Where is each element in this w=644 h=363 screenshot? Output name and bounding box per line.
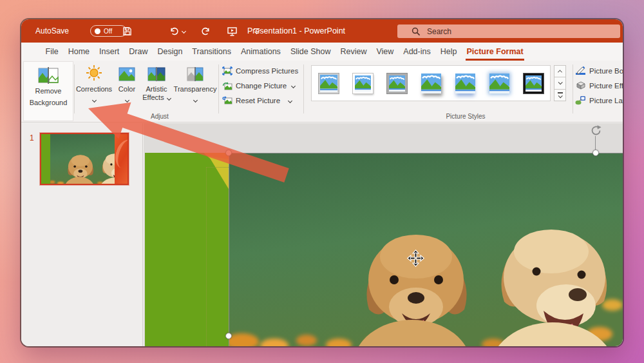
slide-edit-area xyxy=(144,123,623,346)
selection-handle-middle-left[interactable] xyxy=(225,333,232,339)
save-icon[interactable] xyxy=(120,25,133,37)
tab-insert[interactable]: Insert xyxy=(95,43,124,61)
picture-styles-group-label: Picture Styles xyxy=(382,113,549,120)
gallery-style-5[interactable] xyxy=(452,70,478,97)
remove-background-button[interactable]: Remove Background xyxy=(23,61,73,121)
tab-animations[interactable]: Animations xyxy=(236,43,286,61)
artistic-effects-label-2: Effects xyxy=(141,93,172,101)
picture-border-icon xyxy=(575,66,586,75)
undo-menu-chevron-icon[interactable] xyxy=(180,25,187,37)
picture-effects-button[interactable]: Picture Effects xyxy=(575,81,623,90)
desktop-background: AutoSave Off Presentation1 - PowerPoint xyxy=(0,0,644,363)
gallery-scroll xyxy=(554,65,566,101)
window-title: Presentation1 - PowerPoint xyxy=(245,26,348,35)
search-input[interactable]: Search xyxy=(397,25,620,38)
autosave-state: Off xyxy=(104,28,112,35)
gallery-scroll-down-icon[interactable] xyxy=(554,77,566,89)
change-picture-label: Change Picture xyxy=(236,82,287,90)
picture-styles-gallery xyxy=(311,65,551,101)
remove-background-label-2: Background xyxy=(30,99,68,107)
selection-handle-top-center[interactable] xyxy=(592,150,599,156)
ribbon-separator xyxy=(74,64,75,113)
tab-view[interactable]: View xyxy=(372,43,399,61)
powerpoint-window: AutoSave Off Presentation1 - PowerPoint xyxy=(21,19,623,346)
rotate-handle-icon[interactable] xyxy=(589,124,602,137)
search-icon xyxy=(412,27,421,36)
artistic-effects-label-1: Artistic xyxy=(141,85,172,93)
tab-home[interactable]: Home xyxy=(63,43,94,61)
gallery-style-6[interactable] xyxy=(486,70,513,97)
selection-handle-top-left[interactable] xyxy=(225,150,232,156)
picture-effects-label: Picture Effects xyxy=(589,82,623,90)
transparency-icon xyxy=(172,63,218,81)
thumbnail-green-bar xyxy=(41,134,50,184)
reset-picture-button[interactable]: Reset Picture xyxy=(222,96,292,105)
corrections-button[interactable]: Corrections xyxy=(75,63,113,103)
picture-layout-label: Picture Layout xyxy=(589,97,623,104)
change-picture-icon xyxy=(222,81,232,90)
gallery-style-3[interactable] xyxy=(384,70,410,97)
gallery-more-icon[interactable] xyxy=(554,89,566,101)
tab-review[interactable]: Review xyxy=(336,43,372,61)
thumbnail-orange-ribbon xyxy=(115,134,128,184)
gallery-scroll-up-icon[interactable] xyxy=(554,65,566,77)
change-picture-button[interactable]: Change Picture xyxy=(222,81,295,90)
artistic-effects-button[interactable]: Artistic Effects xyxy=(141,63,172,101)
reset-picture-icon xyxy=(222,96,232,105)
color-icon xyxy=(114,63,140,81)
ribbon-separator xyxy=(303,64,304,113)
slide-1-thumbnail[interactable] xyxy=(40,133,129,185)
tab-help[interactable]: Help xyxy=(435,43,462,61)
tab-file[interactable]: File xyxy=(41,43,63,61)
remove-background-icon xyxy=(38,67,59,84)
tab-draw[interactable]: Draw xyxy=(124,43,153,61)
slide-number: 1 xyxy=(30,133,34,142)
undo-icon[interactable] xyxy=(168,25,181,37)
ribbon-separator xyxy=(573,64,573,113)
remove-background-label-1: Remove xyxy=(35,87,62,95)
placeholder-dotted-outline xyxy=(206,167,229,168)
green-shape-fold-decoration xyxy=(200,153,229,190)
tab-design[interactable]: Design xyxy=(153,43,187,61)
picture-effects-icon xyxy=(575,81,586,90)
autosave-label: AutoSave xyxy=(35,26,69,35)
picture-layout-icon xyxy=(575,95,586,105)
compress-pictures-icon xyxy=(222,66,232,75)
transparency-label: Transparency xyxy=(172,85,218,93)
slide-thumbnail-panel: 1 xyxy=(21,123,143,346)
search-placeholder: Search xyxy=(427,27,451,36)
redo-icon[interactable] xyxy=(198,25,211,37)
gallery-style-4[interactable] xyxy=(418,70,444,97)
move-cursor-icon xyxy=(407,250,424,267)
gallery-style-1[interactable] xyxy=(316,70,342,97)
puppies-picture[interactable] xyxy=(229,153,623,346)
ribbon-tab-bar: File Home Insert Draw Design Transitions… xyxy=(21,43,623,61)
compress-pictures-button[interactable]: Compress Pictures xyxy=(222,66,298,75)
ribbon-separator xyxy=(218,64,219,113)
gallery-style-2[interactable] xyxy=(350,70,376,97)
tab-add-ins[interactable]: Add-ins xyxy=(399,43,435,61)
picture-border-button[interactable]: Picture Border xyxy=(575,66,623,75)
tab-picture-format[interactable]: Picture Format xyxy=(462,43,528,61)
placeholder-dotted-outline xyxy=(206,167,207,346)
title-bar: AutoSave Off Presentation1 - PowerPoint xyxy=(21,19,623,43)
compress-pictures-label: Compress Pictures xyxy=(236,67,298,75)
corrections-label: Corrections xyxy=(75,85,113,93)
picture-layout-button[interactable]: Picture Layout xyxy=(575,95,623,105)
picture-border-label: Picture Border xyxy=(589,67,623,75)
ribbon: Remove Background Corrections Color xyxy=(21,61,623,123)
thumbnail-puppies-image xyxy=(50,134,115,184)
tab-slide-show[interactable]: Slide Show xyxy=(285,43,336,61)
transparency-button[interactable]: Transparency xyxy=(172,63,218,103)
autosave-toggle-knob xyxy=(95,28,100,34)
color-label: Color xyxy=(114,85,140,93)
color-button[interactable]: Color xyxy=(114,63,140,103)
corrections-sun-icon xyxy=(75,63,113,81)
tab-transitions[interactable]: Transitions xyxy=(187,43,236,61)
adjust-group-label: Adjust xyxy=(99,113,221,120)
reset-picture-label: Reset Picture xyxy=(236,97,280,104)
artistic-effects-icon xyxy=(141,63,172,81)
gallery-style-7[interactable] xyxy=(520,70,547,97)
start-presentation-icon[interactable] xyxy=(225,25,238,37)
